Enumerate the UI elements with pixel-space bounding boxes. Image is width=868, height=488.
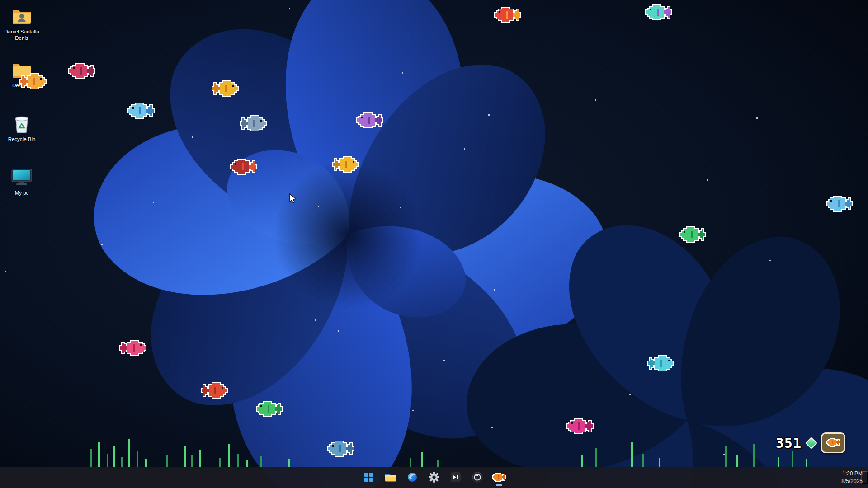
active-app-indicator [496,484,502,486]
seaweed-sprite [113,446,115,467]
clock-date: 8/5/2025 [841,478,863,485]
taskbar-settings-button[interactable] [424,469,444,487]
taskbar-icons [359,469,509,487]
seaweed-sprite [98,442,100,467]
taskbar: 1:20 PM 8/5/2025 [0,467,868,488]
seaweed-sprite [191,455,193,467]
seaweed-sprite [199,450,201,467]
seaweed-sprite [642,454,644,467]
taskbar-start-button[interactable] [359,469,379,487]
bubble-particle [443,360,445,361]
seaweed-sprite [184,446,186,467]
fish-sprite[interactable] [357,113,382,129]
bubble-particle [629,394,631,395]
fish-sprite[interactable] [328,441,354,458]
fish-sprite[interactable] [680,227,705,244]
seaweed-sprite [437,460,439,467]
seaweed-sprite [145,459,147,467]
seaweed-sprite [228,444,230,467]
fish-sprite[interactable] [646,5,671,21]
seaweed-sprite [659,458,660,467]
bubble-particle [192,136,193,138]
fish-sprite[interactable] [20,74,46,90]
fish-sprite[interactable] [495,8,520,24]
bubble-particle [488,114,490,116]
seaweed-sprite [166,455,168,467]
coin-count: 351 [776,435,802,451]
aquarium-counter: 351 [776,432,845,453]
taskbar-capcut-button[interactable] [446,469,466,487]
fish-sprite[interactable] [648,356,673,372]
seaweed-sprite [128,439,130,467]
seaweed-sprite [778,457,779,467]
taskbar-explorer-button[interactable] [381,469,401,487]
seaweed-sprite [595,448,597,467]
seaweed-sprite [806,459,807,467]
bubble-particle [595,99,596,101]
bubble-particle [315,319,316,321]
seaweed-sprite [410,458,411,467]
bubble-particle [318,206,319,207]
fish-sprite[interactable] [69,64,94,80]
explorer-icon [385,472,396,484]
seaweed-sprite [792,451,793,467]
bubble-particle [756,117,758,119]
taskbar-obs-button[interactable] [467,469,487,487]
seaweed-sprite [631,442,633,467]
fish-sprite[interactable] [202,383,227,399]
settings-icon [429,472,439,484]
taskbar-fish-app-button[interactable] [489,469,509,487]
clock-time: 1:20 PM [841,470,863,478]
seaweed-sprite [260,456,262,467]
start-icon [363,472,374,484]
bubble-particle [464,148,465,150]
seaweed-sprite [107,454,108,467]
fish-sprite[interactable] [257,402,282,418]
bubble-particle [707,179,708,181]
bubble-particle [402,72,403,74]
seaweed-sprite [736,455,738,467]
seaweed-sprite [137,451,138,467]
bubble-particle [101,244,103,245]
fish-sprite[interactable] [827,197,852,213]
fish-sprite[interactable] [231,160,256,176]
seaweed-sprite [237,454,239,467]
edge-icon [407,472,418,484]
desktop: Daniel Santalla Denis Desktop Recycle Bi… [0,0,868,488]
fish-sprite[interactable] [241,116,266,132]
seaweed-sprite [90,449,92,467]
bubble-particle [491,427,493,428]
bubble-particle [338,330,339,332]
seaweed-sprite [219,458,221,467]
seaweed-sprite [725,446,727,467]
obs-icon [472,472,483,484]
bubble-particle [153,202,154,203]
bubble-particle [494,289,495,291]
bubble-particle [412,410,414,411]
bubble-particle [5,271,6,272]
capcut-icon [450,472,461,484]
fish-sprite[interactable] [212,81,238,98]
fish-layer [0,0,868,488]
fish-icon [827,439,840,447]
fish-sprite[interactable] [333,157,358,174]
fish-sprite[interactable] [128,103,154,120]
taskbar-edge-button[interactable] [402,469,422,487]
taskbar-clock[interactable]: 1:20 PM 8/5/2025 [841,470,863,485]
fish-sprite[interactable] [120,341,146,357]
fish-app-icon [493,474,505,482]
fish-sprite[interactable] [567,419,593,435]
seaweed-sprite [288,459,290,467]
seaweed-sprite [581,455,583,467]
fish-shop-button[interactable] [821,432,845,453]
gem-icon [807,438,816,447]
seaweed-sprite [421,452,423,467]
seaweed-sprite [753,444,755,467]
seaweed-sprite [246,460,248,467]
bubble-particle [289,8,290,9]
bubble-particle [723,454,725,455]
show-desktop-button[interactable] [861,471,868,484]
bubble-particle [400,207,401,208]
bubble-particle [769,260,771,261]
seaweed-sprite [121,457,123,467]
